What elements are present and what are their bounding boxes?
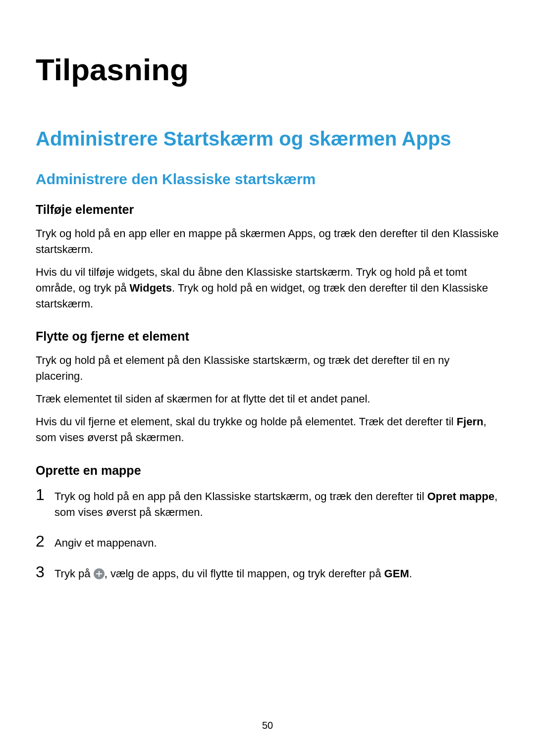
page-content: Tilpasning Administrere Startskærm og sk… bbox=[0, 0, 535, 581]
plus-circle-icon bbox=[94, 568, 105, 579]
step-text: Tryk på , vælg de apps, du vil flytte ti… bbox=[54, 564, 499, 582]
para: Hvis du vil tilføje widgets, skal du åbn… bbox=[36, 264, 499, 312]
step-number: 3 bbox=[36, 564, 54, 580]
block-move-remove: Flytte og fjerne et element Tryk og hold… bbox=[36, 329, 499, 445]
ordered-list: 1 Tryk og hold på en app på den Klassisk… bbox=[36, 487, 499, 582]
text: Tryk på bbox=[54, 567, 94, 580]
bold-widgets: Widgets bbox=[130, 282, 172, 294]
section-heading: Administrere Startskærm og skærmen Apps bbox=[36, 128, 499, 150]
block-create-folder: Oprette en mappe 1 Tryk og hold på en ap… bbox=[36, 463, 499, 582]
heading-create-folder: Oprette en mappe bbox=[36, 463, 499, 478]
text: Tryk og hold på en app på den Klassiske … bbox=[54, 490, 427, 503]
step-number: 2 bbox=[36, 533, 54, 549]
bold-remove: Fjern bbox=[457, 415, 483, 428]
para: Træk elementet til siden af skærmen for … bbox=[36, 391, 499, 407]
page-title: Tilpasning bbox=[36, 52, 499, 87]
para: Tryk og hold på en app eller en mappe på… bbox=[36, 226, 499, 257]
block-add-elements: Tilføje elementer Tryk og hold på en app… bbox=[36, 202, 499, 311]
text: , vælg de apps, du vil flytte til mappen… bbox=[105, 567, 384, 580]
step-text: Angiv et mappenavn. bbox=[54, 533, 499, 551]
page-number: 50 bbox=[0, 720, 535, 731]
heading-add-elements: Tilføje elementer bbox=[36, 202, 499, 217]
para: Tryk og hold på et element på den Klassi… bbox=[36, 353, 499, 384]
list-item: 2 Angiv et mappenavn. bbox=[36, 533, 499, 551]
subsection-heading: Administrere den Klassiske startskærm bbox=[36, 171, 499, 188]
step-text: Tryk og hold på en app på den Klassiske … bbox=[54, 487, 499, 520]
bold-create-folder: Opret mappe bbox=[427, 490, 494, 503]
step-number: 1 bbox=[36, 487, 54, 503]
para: Hvis du vil fjerne et element, skal du t… bbox=[36, 414, 499, 446]
heading-move-remove: Flytte og fjerne et element bbox=[36, 329, 499, 344]
list-item: 3 Tryk på , vælg de apps, du vil flytte … bbox=[36, 564, 499, 582]
text: . bbox=[409, 567, 412, 580]
text: Hvis du vil fjerne et element, skal du t… bbox=[36, 415, 457, 428]
bold-save: GEM bbox=[384, 567, 409, 580]
list-item: 1 Tryk og hold på en app på den Klassisk… bbox=[36, 487, 499, 520]
